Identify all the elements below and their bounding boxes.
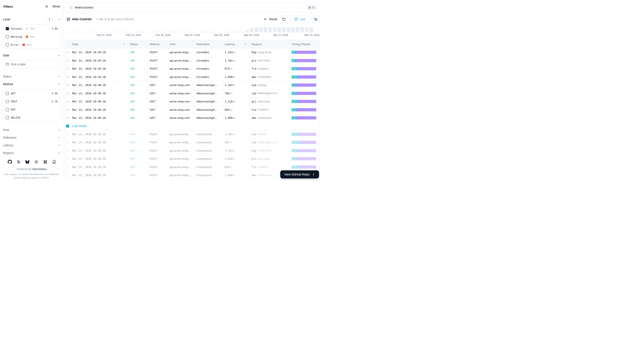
row-select-cell[interactable]	[65, 90, 70, 98]
table-row[interactable]: Mar 15, 2026 10:30:26200POSTapi.acme-sho…	[65, 155, 319, 163]
status-expand-button[interactable]	[58, 75, 61, 78]
level-filter-badge[interactable]: 1	[46, 17, 56, 22]
histogram-bar[interactable]	[190, 32, 194, 32]
date-collapse-button[interactable]	[58, 54, 61, 57]
histogram-bar[interactable]	[176, 32, 180, 32]
sidebar-section-host[interactable]: Host	[3, 126, 61, 134]
view-settings-button[interactable]	[312, 15, 320, 23]
row-select-cell[interactable]	[65, 147, 70, 155]
row-select-cell[interactable]	[65, 114, 70, 122]
row-checkbox[interactable]	[66, 133, 69, 136]
date-histogram[interactable]	[67, 26, 320, 32]
histogram-bar[interactable]	[209, 32, 212, 32]
histogram-bar[interactable]	[144, 32, 148, 32]
row-checkbox[interactable]	[66, 157, 69, 160]
live-mode-label[interactable]: Live Mode	[70, 122, 319, 130]
histogram-bar[interactable]	[80, 32, 84, 32]
histogram-bar[interactable]	[186, 32, 189, 32]
histogram-bar[interactable]	[136, 32, 139, 32]
row-checkbox[interactable]	[66, 116, 69, 119]
histogram-bar[interactable]	[85, 32, 88, 32]
openstatus-link[interactable]: OpenStatus	[32, 167, 47, 170]
histogram-bar[interactable]	[99, 32, 102, 32]
sidebar-section-latency[interactable]: Latency	[3, 142, 61, 149]
sun-icon[interactable]	[34, 160, 38, 164]
table-row[interactable]: Mar 15, 2026 10:20:26200POSTapi.acme-sho…	[65, 180, 319, 181]
row-select-cell[interactable]	[65, 98, 70, 106]
book-icon[interactable]	[52, 160, 56, 164]
row-select-cell[interactable]	[65, 130, 70, 138]
histogram-bar[interactable]	[218, 32, 222, 32]
histogram-bar[interactable]	[245, 30, 249, 32]
histogram-bar[interactable]	[71, 32, 75, 32]
level-option-warning[interactable]: Warning4xx	[3, 33, 60, 41]
sidebar-section-regions[interactable]: Regions	[3, 149, 61, 157]
histogram-bar[interactable]	[254, 27, 258, 32]
histogram-bar[interactable]	[305, 28, 308, 32]
histogram-bar[interactable]	[126, 32, 130, 32]
histogram-bar[interactable]	[278, 28, 281, 32]
x-logo-icon[interactable]	[17, 160, 20, 164]
row-checkbox[interactable]	[66, 141, 69, 144]
reset-table-button[interactable]: Reset	[264, 18, 277, 21]
refresh-button[interactable]	[280, 15, 288, 23]
column-header-method[interactable]: Method	[148, 40, 168, 48]
row-select-cell[interactable]	[65, 73, 70, 81]
table-row[interactable]: Mar 15, 2026 10:50:26200POSTapi.acme-sho…	[65, 73, 319, 81]
row-checkbox[interactable]	[66, 76, 69, 78]
github-icon[interactable]	[8, 160, 12, 164]
histogram-bar[interactable]	[140, 32, 144, 32]
table-row[interactable]: Mar 15, 2026 10:30:26200POSTapi.acme-sho…	[65, 138, 319, 147]
histogram-bar[interactable]	[117, 32, 121, 32]
histogram-bar[interactable]	[268, 27, 272, 32]
histogram-bar[interactable]	[108, 32, 112, 32]
column-header-latency[interactable]: Latency	[222, 40, 250, 48]
row-select-cell[interactable]	[65, 65, 70, 73]
row-checkbox[interactable]	[66, 84, 69, 86]
row-checkbox[interactable]	[66, 92, 69, 95]
checkbox-unchecked[interactable]	[6, 35, 9, 38]
checkbox-checked[interactable]: ✓	[6, 27, 9, 30]
table-row[interactable]: Mar 15, 2026 10:40:26200GETacme-shop.com…	[65, 106, 319, 114]
table-row[interactable]: Mar 15, 2026 10:40:26200GETacme-shop.com…	[65, 98, 319, 106]
histogram-bar[interactable]	[296, 27, 300, 32]
row-select-cell[interactable]	[65, 155, 70, 163]
histogram-bar[interactable]	[122, 32, 125, 32]
histogram-bar[interactable]	[67, 32, 70, 32]
sidebar-section-pathname[interactable]: Pathname	[3, 134, 61, 142]
method-option-delete[interactable]: DELETE	[3, 114, 60, 122]
table-row[interactable]: Mar 15, 2026 10:40:26200GETacme-shop.com…	[65, 81, 319, 90]
table-row[interactable]: Mar 15, 2026 10:40:26200GETacme-shop.com…	[65, 114, 319, 122]
histogram-bar[interactable]	[158, 32, 162, 32]
method-option-put[interactable]: PUT	[3, 106, 60, 114]
row-select-cell[interactable]	[65, 57, 70, 65]
date-picker-input[interactable]: Pick a date	[3, 60, 61, 68]
row-select-cell[interactable]	[65, 48, 70, 56]
histogram-bar[interactable]	[181, 32, 185, 32]
table-row[interactable]: Mar 15, 2026 10:30:26200POSTapi.acme-sho…	[65, 163, 319, 172]
histogram-bar[interactable]	[273, 27, 276, 32]
histogram-bar[interactable]	[131, 32, 134, 32]
checkbox-unchecked[interactable]	[6, 92, 9, 95]
table-row[interactable]: Mar 15, 2026 10:40:26200GETacme-shop.com…	[65, 90, 319, 98]
histogram-bar[interactable]	[227, 32, 231, 32]
histogram-bar[interactable]	[214, 32, 217, 32]
row-select-cell[interactable]	[65, 81, 70, 89]
histogram-bar[interactable]	[204, 32, 208, 32]
checkbox-unchecked[interactable]	[6, 108, 9, 111]
live-mode-button[interactable]: Live	[291, 15, 309, 23]
histogram-bar[interactable]	[94, 32, 98, 32]
view-github-repo-button[interactable]: View GitHub Repo	[280, 170, 319, 178]
checkbox-unchecked[interactable]	[6, 116, 9, 119]
table-row[interactable]: Mar 15, 2026 10:50:26200POSTapi.acme-sho…	[65, 65, 319, 73]
histogram-bar[interactable]	[282, 27, 286, 32]
reset-filters-button[interactable]: Reset	[52, 5, 60, 8]
row-checkbox[interactable]	[66, 174, 69, 176]
histogram-bar[interactable]	[200, 32, 203, 32]
histogram-bar[interactable]	[241, 32, 244, 32]
histogram-bar[interactable]	[112, 32, 116, 32]
histogram-bar[interactable]	[287, 27, 290, 32]
histogram-bar[interactable]	[236, 32, 240, 32]
histogram-bar[interactable]	[103, 32, 107, 32]
table-row[interactable]: Mar 15, 2026 10:30:26200POSTapi.acme-sho…	[65, 130, 319, 138]
